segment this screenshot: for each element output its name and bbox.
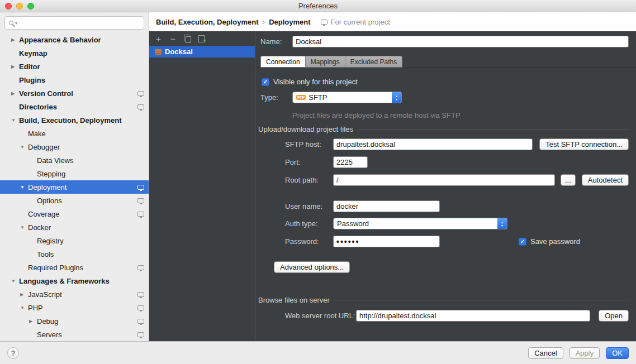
server-item-label: Docksal [165, 47, 193, 56]
sftp-host-input[interactable] [333, 138, 533, 150]
port-input[interactable] [333, 156, 368, 168]
sidebar-item-deployment[interactable]: ▼Deployment [0, 180, 149, 194]
user-name-row: User name: [285, 200, 440, 212]
type-select[interactable]: FTP SFTP ▲▼ [292, 92, 402, 103]
chevron-right-icon[interactable]: ▶ [11, 91, 19, 96]
titlebar: Preferences [0, 0, 636, 12]
root-path-input[interactable] [333, 174, 555, 186]
sidebar-item-debugger[interactable]: ▼Debugger [0, 140, 149, 154]
open-url-button[interactable]: Open [599, 310, 629, 322]
sidebar-item-build-execution-deployment[interactable]: ▼Build, Execution, Deployment [0, 113, 149, 127]
chevron-down-icon[interactable]: ▼ [20, 185, 28, 190]
chevron-down-icon[interactable]: ▼ [20, 225, 28, 230]
settings-tree: ▶Appearance & BehaviorKeymap▶EditorPlugi… [0, 33, 149, 341]
section-divider [358, 129, 629, 130]
test-sftp-connection-button[interactable]: Test SFTP connection... [539, 138, 629, 150]
window-controls [5, 3, 34, 9]
save-password-label: Save password [530, 237, 580, 246]
sidebar-item-debug[interactable]: ▶Debug [0, 314, 149, 328]
user-name-input[interactable] [333, 200, 440, 212]
combo-arrows-icon: ▲▼ [392, 92, 401, 103]
sidebar-item-make[interactable]: Make [0, 127, 149, 140]
sidebar-item-registry[interactable]: Registry [0, 234, 149, 247]
zoom-window-button[interactable] [27, 3, 34, 9]
sidebar-item-label: PHP [28, 304, 43, 312]
save-password-checkbox[interactable]: ✓ [519, 238, 526, 246]
chevron-down-icon[interactable]: ▼ [11, 279, 19, 284]
breadcrumb-part-2: Deployment [269, 18, 310, 26]
tab-connection[interactable]: Connection [260, 56, 306, 68]
content-body: + − Docksal Name: ConnectionMappingsExcl… [149, 31, 636, 341]
ok-button[interactable]: OK [606, 347, 629, 359]
password-label: Password: [285, 237, 333, 246]
sidebar-item-languages-frameworks[interactable]: ▼Languages & Frameworks [0, 274, 149, 288]
apply-button[interactable]: Apply [569, 347, 600, 359]
password-input[interactable] [333, 236, 440, 247]
sidebar-item-version-control[interactable]: ▶Version Control [0, 87, 149, 100]
sidebar-item-javascript[interactable]: ▶JavaScript [0, 288, 149, 301]
chevron-right-icon[interactable]: ▶ [11, 37, 19, 42]
current-project-icon [137, 265, 144, 270]
preferences-window: Preferences ▾ ▶Appearance & BehaviorKeym… [0, 0, 636, 364]
sidebar-item-appearance-behavior[interactable]: ▶Appearance & Behavior [0, 33, 149, 46]
help-button[interactable]: ? [7, 347, 19, 359]
sidebar-item-label: Options [37, 197, 62, 205]
chevron-down-icon[interactable]: ▼ [11, 118, 19, 123]
breadcrumb-separator-icon: › [262, 17, 265, 26]
root-path-label: Root path: [285, 176, 333, 184]
sidebar-item-docker[interactable]: ▼Docker [0, 221, 149, 234]
close-window-button[interactable] [5, 3, 12, 9]
chevron-right-icon[interactable]: ▶ [20, 292, 28, 297]
sidebar-item-required-plugins[interactable]: Required Plugins [0, 261, 149, 274]
sidebar-item-editor[interactable]: ▶Editor [0, 60, 149, 73]
sidebar-item-label: Docker [28, 223, 51, 232]
visible-project-row: ✓ Visible only for this project [262, 76, 358, 88]
current-project-icon [137, 292, 144, 297]
auth-type-select[interactable]: Password ▲▼ [333, 218, 507, 229]
sidebar-item-tools[interactable]: Tools [0, 247, 149, 261]
copy-icon[interactable] [184, 35, 191, 42]
remove-icon[interactable]: − [169, 35, 177, 43]
sidebar-item-servers[interactable]: Servers [0, 328, 149, 341]
paste-icon[interactable] [198, 35, 206, 42]
content-area: Build, Execution, Deployment › Deploymen… [149, 12, 636, 341]
sidebar-item-php[interactable]: ▼PHP [0, 301, 149, 314]
cancel-button[interactable]: Cancel [528, 347, 563, 359]
sidebar-item-coverage[interactable]: Coverage [0, 207, 149, 221]
type-value: SFTP [308, 93, 327, 102]
add-icon[interactable]: + [155, 35, 162, 43]
settings-tabs: ConnectionMappingsExcluded Paths [255, 56, 636, 68]
sidebar-item-data-views[interactable]: Data Views [0, 154, 149, 167]
current-project-icon [137, 104, 144, 109]
main-area: ▾ ▶Appearance & BehaviorKeymap▶EditorPlu… [0, 12, 636, 341]
advanced-options-button[interactable]: Advanced options... [274, 261, 350, 273]
sidebar-item-directories[interactable]: Directories [0, 100, 149, 113]
sidebar-item-label: Deployment [28, 183, 67, 191]
search-options-chevron-icon[interactable]: ▾ [15, 21, 17, 26]
sidebar-item-options[interactable]: Options [0, 194, 149, 207]
tab-mappings[interactable]: Mappings [305, 56, 345, 68]
search-input[interactable] [19, 19, 140, 27]
chevron-right-icon[interactable]: ▶ [11, 64, 19, 69]
sidebar-item-stepping[interactable]: Stepping [0, 167, 149, 180]
sftp-icon: FTP [296, 95, 306, 100]
server-list-item-docksal[interactable]: Docksal [149, 46, 255, 58]
chevron-right-icon[interactable]: ▶ [29, 319, 37, 324]
sidebar-item-label: Appearance & Behavior [19, 36, 101, 44]
browse-root-path-button[interactable]: ... [561, 174, 576, 186]
settings-search-box[interactable]: ▾ [4, 16, 144, 30]
minimize-window-button[interactable] [16, 3, 23, 9]
sidebar-item-plugins[interactable]: Plugins [0, 73, 149, 87]
chevron-down-icon[interactable]: ▼ [20, 145, 28, 150]
deployment-server-icon [155, 49, 162, 55]
chevron-down-icon[interactable]: ▼ [20, 305, 28, 310]
upload-section-header: Upload/download project files [258, 124, 629, 134]
autodetect-button[interactable]: Autodetect [582, 174, 629, 186]
visible-project-checkbox[interactable]: ✓ [262, 78, 269, 86]
auth-type-value: Password [337, 219, 369, 228]
current-project-icon [321, 20, 328, 25]
web-root-input[interactable] [356, 310, 590, 322]
sidebar-item-keymap[interactable]: Keymap [0, 46, 149, 60]
name-input[interactable] [292, 36, 629, 47]
tab-excluded-paths[interactable]: Excluded Paths [345, 56, 402, 68]
